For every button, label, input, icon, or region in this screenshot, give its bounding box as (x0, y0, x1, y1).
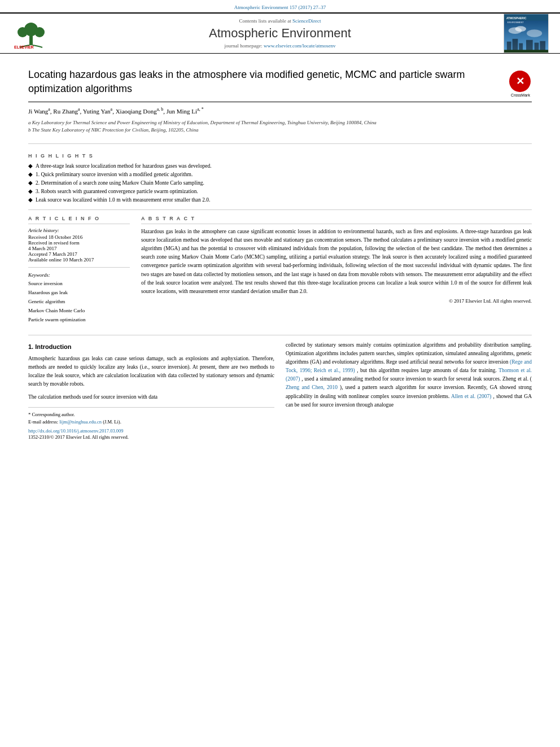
science-direct-label: Contents lists available at (239, 18, 291, 24)
journal-cover-image: ATMOSPHERIC ENVIRONMENT (504, 14, 549, 53)
body-right-col: collected by stationary sensors mainly c… (286, 341, 532, 441)
elsevier-tree-icon: ELSEVIER (11, 18, 51, 49)
homepage-link[interactable]: www.elsevier.com/locate/atmosenv (264, 43, 335, 49)
right-para-1: collected by stationary sensors mainly c… (286, 341, 532, 410)
history-label: Article history: (28, 228, 130, 233)
abstract-copyright: © 2017 Elsevier Ltd. All rights reserved… (141, 298, 532, 304)
keywords-label: Keywords: (28, 272, 130, 278)
highlight-item-2: ◆ 2. Determination of a search zone usin… (28, 179, 532, 187)
svg-rect-14 (513, 39, 518, 51)
info-abstract-section: A R T I C L E I N F O Article history: R… (28, 210, 532, 335)
svg-rect-19 (504, 50, 548, 53)
svg-point-12 (527, 29, 542, 37)
highlight-text-3: 3. Robots search with guaranteed converg… (36, 187, 198, 196)
homepage-label: journal homepage: (225, 43, 262, 49)
svg-text:ATMOSPHERIC: ATMOSPHERIC (506, 17, 527, 20)
svg-rect-1 (29, 35, 33, 45)
highlight-item-0: ◆ A three-stage leak source localization… (28, 162, 532, 171)
accepted-date: Accepted 7 March 2017 (28, 251, 130, 257)
highlight-item-1: ◆ 1. Quick preliminary source inversion … (28, 171, 532, 179)
doi-link[interactable]: http://dx.doi.org/10.1016/j.atmosenv.201… (28, 428, 124, 434)
author-yuting-yan: Yuting Yan (83, 108, 111, 115)
journal-title: Atmospheric Environment (11, 26, 549, 41)
ref4-link[interactable]: Allen et al. (2007) (451, 394, 492, 399)
available-date: Available online 10 March 2017 (28, 257, 130, 263)
article-info-col: A R T I C L E I N F O Article history: R… (28, 216, 130, 329)
header-center: Contents lists available at ScienceDirec… (11, 18, 549, 49)
article-info-heading: A R T I C L E I N F O (28, 216, 130, 224)
received-date: Received 18 October 2016 (28, 234, 130, 240)
author-ji-wang: Ji Wang (28, 108, 48, 115)
highlight-text-2: 2. Determination of a search zone using … (36, 179, 204, 187)
footnote-corresponding: * Corresponding author. (28, 411, 274, 418)
section-num: 1. (28, 343, 33, 350)
divider-1 (28, 143, 532, 144)
highlight-text-0: A three-stage leak source localization m… (36, 162, 212, 171)
ref3-link[interactable]: Zheng and Chen, 2010 (286, 385, 338, 390)
keyword-2: Genetic algorithm (28, 297, 130, 306)
svg-point-3 (18, 27, 28, 37)
article-title: Locating hazardous gas leaks in the atmo… (28, 68, 509, 96)
svg-rect-16 (526, 40, 533, 51)
author-ru-zhang: Ru Zhang (53, 108, 78, 115)
intro-para1: Atmospheric hazardous gas leaks can caus… (28, 355, 274, 389)
email-label: E-mail address: (28, 419, 58, 425)
author-xiaoqiang-dong: Xiaoqiang Dong (116, 108, 157, 115)
highlight-item-3: ◆ 3. Robots search with guaranteed conve… (28, 187, 532, 196)
journal-header: ELSEVIER Contents lists available at Sci… (0, 12, 560, 54)
highlight-item-4: ◆ Leak source was localized within 1.0 m… (28, 196, 532, 204)
keyword-4: Particle swarm optimization (28, 315, 130, 324)
body-content: 1. Introduction Atmospheric hazardous ga… (28, 335, 532, 441)
footnote-area: * Corresponding author. E-mail address: … (28, 407, 274, 440)
affiliations: a Key Laboratory for Thermal Science and… (28, 117, 532, 139)
right-para1-text: collected by stationary sensors mainly c… (286, 342, 532, 365)
affiliation-a: a Key Laboratory for Thermal Science and… (28, 119, 532, 127)
keyword-0: Source inversion (28, 279, 130, 288)
science-direct-link[interactable]: ScienceDirect (292, 18, 321, 24)
main-content: Locating hazardous gas leaks in the atmo… (0, 54, 560, 452)
authors-line: Ji Wanga, Ru Zhanga, Yuting Yana, Xiaoqi… (28, 102, 532, 117)
right-para1-cont2: , used a simulated annealing method for … (301, 376, 532, 382)
crossmark-label: CrossMark (509, 93, 532, 97)
page: Atmospheric Environment 157 (2017) 27–37… (0, 0, 560, 747)
bullet-4: ◆ (28, 196, 33, 204)
highlight-text-4: Leak source was localized within 1.0 m w… (36, 196, 210, 204)
bullet-1: ◆ (28, 171, 33, 179)
journal-homepage-line: journal homepage: www.elsevier.com/locat… (11, 43, 549, 49)
keyword-3: Markov Chain Monte Carlo (28, 306, 130, 315)
highlights-section: H I G H L I G H T S ◆ A three-stage leak… (28, 148, 532, 210)
abstract-text: Hazardous gas leaks in the atmosphere ca… (141, 228, 532, 296)
intro-para2: The calculation methods used for source … (28, 393, 274, 401)
intro-title: 1. Introduction (28, 343, 274, 350)
right-para1-cont: , but this algorithm requires large amou… (357, 368, 497, 373)
abstract-heading: A B S T R A C T (141, 216, 532, 224)
info-divider (28, 267, 130, 268)
svg-point-4 (34, 27, 45, 37)
email-link[interactable]: lijm@tsinghua.edu.cn (59, 419, 102, 425)
received-revised-label: Received in revised form (28, 240, 130, 246)
email-suffix: (J.M. Li). (103, 419, 121, 425)
article-title-section: Locating hazardous gas leaks in the atmo… (28, 59, 532, 102)
section-name: Introduction (35, 343, 71, 350)
author-jun-ming-li: Jun Ming Li (167, 108, 197, 115)
article-history: Article history: Received 18 October 201… (28, 228, 130, 263)
bullet-2: ◆ (28, 179, 33, 187)
keywords-group: Keywords: Source inversion Hazardous gas… (28, 272, 130, 325)
revised-date: 4 March 2017 (28, 246, 130, 251)
highlights-heading: H I G H L I G H T S (28, 153, 532, 159)
footnote-email: E-mail address: lijm@tsinghua.edu.cn (J.… (28, 418, 274, 426)
body-left-col: 1. Introduction Atmospheric hazardous ga… (28, 341, 274, 441)
abstract-col: A B S T R A C T Hazardous gas leaks in t… (141, 216, 532, 329)
affiliation-b: b The State Key Laboratory of NBC Protec… (28, 126, 532, 134)
journal-ref: Atmospheric Environment 157 (2017) 27–37 (0, 0, 560, 12)
crossmark-icon[interactable]: ✕ (509, 71, 531, 92)
keywords-list: Source inversion Hazardous gas leak Gene… (28, 279, 130, 325)
keyword-1: Hazardous gas leak (28, 288, 130, 297)
svg-point-11 (515, 26, 527, 32)
bullet-0: ◆ (28, 162, 33, 171)
journal-ref-text: Atmospheric Environment 157 (2017) 27–37 (234, 5, 326, 10)
highlight-text-1: 1. Quick preliminary source inversion wi… (36, 171, 193, 179)
bullet-3: ◆ (28, 187, 33, 196)
crossmark-container[interactable]: ✕ CrossMark (509, 71, 532, 97)
science-direct-line: Contents lists available at ScienceDirec… (11, 18, 549, 24)
